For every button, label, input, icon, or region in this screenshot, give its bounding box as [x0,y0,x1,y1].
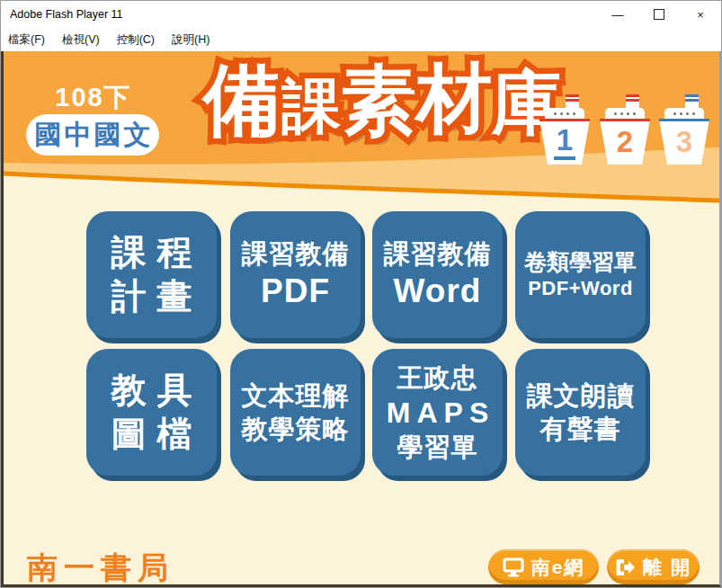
tile-label: PDF [261,271,330,312]
boat-number: 2 [614,127,636,158]
monitor-icon [503,557,524,577]
window-controls: — × [597,1,721,28]
tile-label: 學習單 [397,431,478,463]
boat-deck [664,108,704,119]
app-title-char: 課課 [281,76,341,136]
menu-item-control[interactable]: 控制(C) [117,32,155,48]
tile-lesson-prep-word[interactable]: 課習教備Word [372,211,503,338]
close-button[interactable]: × [680,1,721,28]
boat-stripe [539,119,590,121]
boat-number: 3 [673,127,695,158]
tile-label: 王政忠 [397,361,478,394]
tile-maps-worksheet[interactable]: 王政忠MAPS學習單 [372,349,503,476]
nane-website-button[interactable]: 南e網 [488,549,599,584]
subject-badge: 國中國文 [26,114,159,156]
tile-text-comprehension-strategy[interactable]: 文本理解教學策略 [230,349,361,476]
tile-label: Word [394,271,482,312]
boat-hull: 2 [600,120,650,165]
tile-teaching-aid-images[interactable]: 教具圖檔 [86,349,217,476]
menu-bar: 檔案(F)檢視(V)控制(C)說明(H) [1,28,721,51]
exit-icon [615,558,636,576]
menu-item-file[interactable]: 檔案(F) [8,32,45,48]
tile-label: 有聲書 [540,413,621,445]
boat-tab-1[interactable]: 1 [539,94,590,165]
title-bar: Adobe Flash Player 11 — × [1,1,721,28]
window-title: Adobe Flash Player 11 [1,8,123,21]
semester-label: 108下 [40,80,147,116]
boat-stripe [600,119,650,121]
tile-label: MAPS [380,395,495,431]
tile-lesson-prep-pdf[interactable]: 課習教備PDF [230,211,361,338]
exit-label: 離 開 [643,555,691,580]
tile-label: 課習教備 [384,237,492,270]
boat-tab-2[interactable]: 2 [600,94,650,165]
boat-stripe [659,119,709,121]
tile-label: 課文朗讀 [527,379,635,412]
tile-label: 圖檔 [101,413,203,457]
maximize-icon [654,9,664,20]
tile-label: 教具 [101,369,203,413]
boat-hull: 3 [659,120,709,165]
maximize-button[interactable] [638,1,680,28]
tile-label: 教學策略 [242,413,350,445]
app-title-char: 素素 [341,63,416,138]
nane-website-label: 南e網 [531,555,585,580]
tile-label: 計畫 [101,275,203,319]
app-title: 備備課課素素材材庫庫 [203,60,536,138]
tile-text-reading-audiobook[interactable]: 課文朗讀有聲書 [515,349,646,476]
boat-deck [545,108,584,119]
tile-label: PDF+Word [528,276,633,301]
publisher-logo: 南一書局 [27,548,174,587]
tile-label: 課習教備 [242,237,350,270]
subject-label: 國中國文 [32,117,154,154]
menu-item-view[interactable]: 檢視(V) [62,32,100,48]
menu-item-help[interactable]: 說明(H) [172,32,209,48]
app-title-char: 材材 [416,60,492,136]
tile-worksheet-pdf-word[interactable]: 卷類學習單PDF+Word [515,211,646,338]
boat-number: 1 [554,125,575,160]
boat-deck [605,108,645,119]
flash-player-window: Adobe Flash Player 11 — × 檔案(F)檢視(V)控制(C… [0,0,722,588]
flash-stage: 108下 國中國文 備備課課素素材材庫庫 123 課程計畫課習教備PDF課習教備… [1,51,721,587]
exit-button[interactable]: 離 開 [607,549,700,584]
app-title-char: 備備 [203,60,281,138]
minimize-button[interactable]: — [597,1,638,28]
tile-label: 卷類學習單 [524,248,637,276]
tile-label: 課程 [101,231,203,275]
boat-tab-3[interactable]: 3 [659,94,709,165]
tile-course-plan[interactable]: 課程計畫 [86,211,217,338]
boat-hull: 1 [539,120,590,165]
tile-label: 文本理解 [242,379,350,412]
